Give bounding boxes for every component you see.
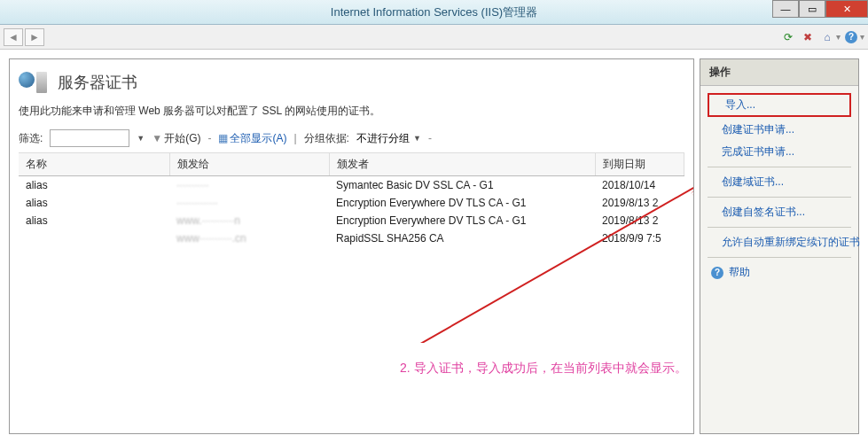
divider	[708, 257, 851, 258]
filter-start-button[interactable]: ▼ 开始(G)	[152, 131, 200, 146]
action-create-selfsigned[interactable]: 创建自签名证书...	[702, 201, 856, 223]
group-by-label: 分组依据:	[304, 131, 349, 146]
action-allow-rebind[interactable]: 允许自动重新绑定续订的证书	[702, 231, 856, 253]
col-issued-by[interactable]: 颁发者	[329, 153, 595, 176]
cell-expiry: 2018/10/14	[595, 176, 684, 195]
actions-header: 操作	[700, 59, 858, 86]
cell-name	[19, 229, 169, 247]
stop-icon[interactable]: ✖	[799, 28, 817, 46]
filter-dropdown-icon[interactable]: ▼	[137, 134, 145, 143]
svg-marker-1	[691, 183, 694, 196]
divider	[708, 227, 851, 228]
grid-icon: ▦	[218, 132, 228, 144]
actions-panel: 操作 导入... 创建证书申请... 完成证书申请... 创建域证书... 创建…	[700, 58, 859, 434]
server-cert-icon	[19, 70, 51, 95]
show-all-button[interactable]: ▦ 全部显示(A)	[218, 131, 286, 146]
cell-issued-by: Encryption Everywhere DV TLS CA - G1	[329, 212, 595, 229]
minimize-button[interactable]: —	[772, 0, 799, 18]
window-controls: — ▭ ✕	[772, 0, 868, 18]
action-create-domain[interactable]: 创建域证书...	[702, 171, 856, 193]
col-issued-to[interactable]: 颁发给	[169, 153, 329, 176]
maximize-button[interactable]: ▭	[799, 0, 825, 18]
cell-issued-to: www.···········n	[169, 212, 329, 229]
nav-forward-button[interactable]: ►	[25, 28, 44, 46]
page-title: 服务器证书	[58, 72, 137, 93]
main-panel: 服务器证书 使用此功能来申请和管理 Web 服务器可以对配置了 SSL 的网站使…	[9, 58, 694, 434]
filter-input[interactable]	[50, 129, 129, 147]
cell-issued-to: www···········.cn	[169, 229, 329, 247]
cell-issued-by: Symantec Basic DV SSL CA - G1	[329, 176, 595, 195]
funnel-icon: ▼	[152, 132, 162, 144]
cell-issued-by: Encryption Everywhere DV TLS CA - G1	[329, 194, 595, 212]
help-icon[interactable]: ?	[842, 28, 860, 46]
cell-name: alias	[19, 176, 169, 195]
action-import[interactable]: 导入...	[708, 93, 851, 117]
table-row[interactable]: alias··············Encryption Everywhere…	[19, 194, 684, 212]
cell-issued-to: ··············	[169, 194, 329, 212]
home-icon[interactable]: ⌂	[818, 28, 836, 46]
window-title: Internet Information Services (IIS)管理器	[0, 4, 868, 20]
cell-issued-by: RapidSSL SHA256 CA	[329, 229, 595, 247]
group-by-dropdown[interactable]: 不进行分组 ▼	[356, 131, 421, 146]
cell-name: alias	[19, 194, 169, 212]
table-row[interactable]: www···········.cnRapidSSL SHA256 CA2018/…	[19, 229, 684, 247]
action-help[interactable]: ? 帮助	[702, 261, 856, 284]
annotation-text: 2. 导入证书，导入成功后，在当前列表中就会显示。	[400, 361, 687, 377]
address-bar: ◄ ► ⟳ ✖ ⌂ ▾ ? ▾	[0, 25, 868, 50]
col-name[interactable]: 名称	[19, 153, 169, 176]
help-circle-icon: ?	[711, 267, 723, 279]
col-expiry[interactable]: 到期日期	[595, 153, 684, 176]
cell-expiry: 2018/9/9 7:5	[595, 229, 684, 247]
table-row[interactable]: alias···········Symantec Basic DV SSL CA…	[19, 176, 684, 195]
filter-toolbar: 筛选: ▼ ▼ 开始(G) - ▦ 全部显示(A) | 分组依据: 不进行分组 …	[19, 129, 684, 147]
certificates-table: 名称 颁发给 颁发者 到期日期 alias···········Symantec…	[19, 152, 684, 247]
close-button[interactable]: ✕	[825, 0, 868, 18]
svg-marker-2	[692, 183, 694, 190]
refresh-icon[interactable]: ⟳	[779, 28, 797, 46]
divider	[708, 167, 851, 167]
page-description: 使用此功能来申请和管理 Web 服务器可以对配置了 SSL 的网站使用的证书。	[19, 104, 684, 119]
nav-back-button[interactable]: ◄	[4, 28, 23, 46]
window-titlebar: Internet Information Services (IIS)管理器 —…	[0, 0, 868, 25]
divider	[708, 197, 851, 198]
filter-label: 筛选:	[19, 131, 43, 146]
action-complete-request[interactable]: 完成证书申请...	[702, 141, 856, 163]
cell-expiry: 2019/8/13 2	[595, 212, 684, 229]
chevron-down-icon: ▼	[413, 134, 421, 143]
cell-expiry: 2019/8/13 2	[595, 194, 684, 212]
help-dropdown-icon[interactable]: ▾	[860, 32, 864, 42]
home-dropdown-icon[interactable]: ▾	[836, 32, 841, 42]
cell-name: alias	[19, 212, 169, 229]
table-row[interactable]: aliaswww.···········nEncryption Everywhe…	[19, 212, 684, 229]
action-create-request[interactable]: 创建证书申请...	[702, 119, 856, 141]
cell-issued-to: ···········	[169, 176, 329, 195]
